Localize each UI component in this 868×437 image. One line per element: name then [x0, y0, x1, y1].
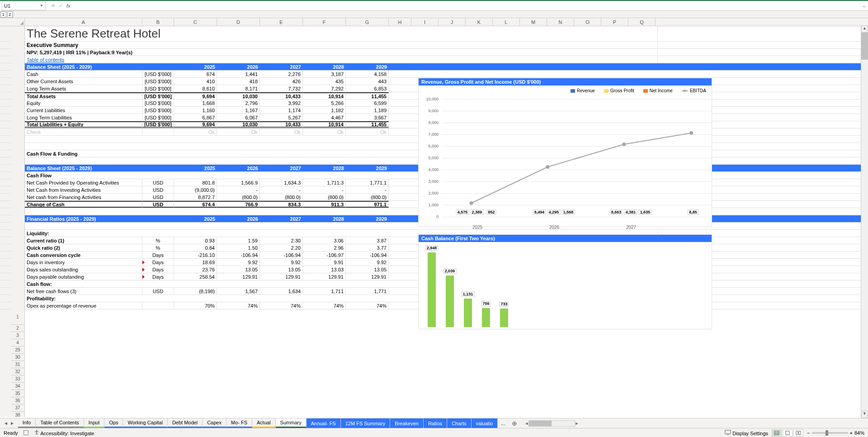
cell[interactable]: 1,174: [260, 107, 303, 114]
row-header-35[interactable]: 35: [11, 390, 24, 397]
cell[interactable]: 129.91: [217, 273, 260, 280]
cell[interactable]: -106.94: [217, 252, 260, 258]
cell[interactable]: 674.4: [174, 201, 217, 208]
cell[interactable]: 1,634: [260, 288, 303, 294]
cell[interactable]: Cash conversion cycle: [25, 252, 142, 258]
cell[interactable]: Current Liabilities: [25, 107, 142, 114]
cell[interactable]: 3,992: [260, 100, 303, 106]
cell[interactable]: 13.05: [346, 266, 389, 273]
cell[interactable]: [USD $'000]: [142, 107, 174, 114]
cell[interactable]: 2026: [217, 165, 260, 171]
cell[interactable]: 2,796: [217, 100, 260, 106]
cell[interactable]: Net Cash Provided by Operating Activitie…: [25, 179, 142, 186]
cell[interactable]: 74%: [303, 302, 346, 309]
cell[interactable]: 1,160: [174, 107, 217, 114]
cell[interactable]: 10,433: [260, 121, 303, 128]
cell[interactable]: 801.8: [174, 179, 217, 186]
cell[interactable]: 1,711.3: [303, 179, 346, 186]
cell[interactable]: 2.96: [303, 244, 346, 251]
cell[interactable]: 2028: [303, 165, 346, 171]
cell[interactable]: [USD $'000]: [142, 71, 174, 77]
col-header-G[interactable]: G: [346, 18, 389, 26]
fx-icon[interactable]: fx: [66, 3, 71, 9]
cell[interactable]: [USD $'000]: [142, 85, 174, 92]
col-header-Q[interactable]: Q: [628, 18, 656, 26]
cell[interactable]: 10,030: [217, 92, 260, 99]
cell[interactable]: The Serene Retreat Hotel: [25, 26, 658, 41]
row-header-3[interactable]: 3: [11, 332, 24, 339]
cell[interactable]: 11,455: [346, 92, 389, 99]
cell[interactable]: 6,599: [346, 100, 389, 106]
col-header-B[interactable]: B: [142, 18, 174, 26]
cell[interactable]: 13.05: [260, 266, 303, 273]
row-header-29[interactable]: 29: [11, 347, 24, 354]
cell[interactable]: 1,771: [346, 288, 389, 294]
cell[interactable]: Financial Ratios (2025 - 2029): [25, 215, 174, 222]
cell[interactable]: Other Current Assets: [25, 78, 142, 85]
cell[interactable]: Ok: [174, 128, 217, 135]
cell[interactable]: 2027: [260, 165, 303, 171]
cell[interactable]: 6,067: [217, 114, 260, 121]
cell[interactable]: 13.03: [303, 266, 346, 273]
cell[interactable]: Total Liabilities + Equity: [25, 121, 142, 128]
cell[interactable]: 1,567: [217, 288, 260, 294]
cell[interactable]: 10,433: [260, 92, 303, 99]
col-header-D[interactable]: D: [217, 18, 260, 26]
cell[interactable]: 8,610: [174, 85, 217, 92]
cell[interactable]: USD: [142, 179, 174, 186]
cell[interactable]: Days: [142, 273, 174, 280]
row-header-2[interactable]: 2: [11, 325, 24, 332]
row-header-33[interactable]: 33: [11, 375, 24, 383]
cell[interactable]: -: [217, 186, 260, 193]
cell[interactable]: Days sales outstanding: [25, 266, 142, 273]
row-header-36[interactable]: 36: [11, 397, 24, 404]
cell[interactable]: 9.91: [303, 259, 346, 266]
col-header-P[interactable]: P: [601, 18, 628, 26]
cell[interactable]: 129.91: [260, 273, 303, 280]
cell[interactable]: 129.91: [346, 273, 389, 280]
cell[interactable]: (9,000.0): [174, 186, 217, 193]
cell[interactable]: [USD $'000]: [142, 100, 174, 106]
cell[interactable]: 5,267: [260, 114, 303, 121]
cell[interactable]: 2025: [174, 63, 217, 70]
cell[interactable]: 1,668: [174, 100, 217, 106]
cancel-icon[interactable]: ✕: [51, 3, 55, 9]
cell[interactable]: Current ratio (1): [25, 237, 142, 244]
cell[interactable]: 5,266: [303, 100, 346, 106]
cell[interactable]: Ok: [217, 128, 260, 135]
cell[interactable]: 9.92: [346, 259, 389, 266]
cell[interactable]: 2025: [174, 215, 217, 222]
cell[interactable]: 10,914: [303, 121, 346, 128]
cell[interactable]: 1.50: [217, 244, 260, 251]
col-header-K[interactable]: K: [466, 18, 493, 26]
accept-icon[interactable]: ✓: [59, 3, 63, 9]
name-box[interactable]: U1▼: [2, 1, 46, 10]
cell[interactable]: -: [346, 186, 389, 193]
spreadsheet-grid[interactable]: The Serene Retreat HotelExecutive Summar…: [25, 26, 868, 417]
cell[interactable]: -: [303, 186, 346, 193]
cell[interactable]: 6,853: [346, 85, 389, 92]
cell[interactable]: -106.97: [303, 252, 346, 258]
cell[interactable]: 766.9: [217, 201, 260, 208]
col-header-J[interactable]: J: [439, 18, 466, 26]
col-header-I[interactable]: I: [411, 18, 439, 26]
cell[interactable]: (800.0): [260, 194, 303, 200]
cell[interactable]: 2027: [260, 63, 303, 70]
cell[interactable]: 23.76: [174, 266, 217, 273]
cell[interactable]: 13.05: [217, 266, 260, 273]
col-header-M[interactable]: M: [520, 18, 547, 26]
cell[interactable]: 7,292: [303, 85, 346, 92]
cell[interactable]: 1,566.9: [217, 179, 260, 186]
cell[interactable]: Net free cash flows (3): [25, 288, 142, 294]
cell[interactable]: [USD $'000]: [142, 92, 174, 99]
row-header-1[interactable]: 1: [11, 309, 24, 325]
cell[interactable]: -106.94: [346, 252, 389, 258]
cell[interactable]: 0.84: [174, 244, 217, 251]
cell[interactable]: 834.3: [260, 201, 303, 208]
cell[interactable]: 674: [174, 71, 217, 77]
cell[interactable]: -: [260, 186, 303, 193]
cell[interactable]: Balance Sheet (2025 - 2029): [25, 165, 174, 171]
cell[interactable]: 8,872.7: [174, 194, 217, 200]
cell[interactable]: 9.92: [260, 259, 303, 266]
row-header-32[interactable]: 32: [11, 368, 24, 375]
